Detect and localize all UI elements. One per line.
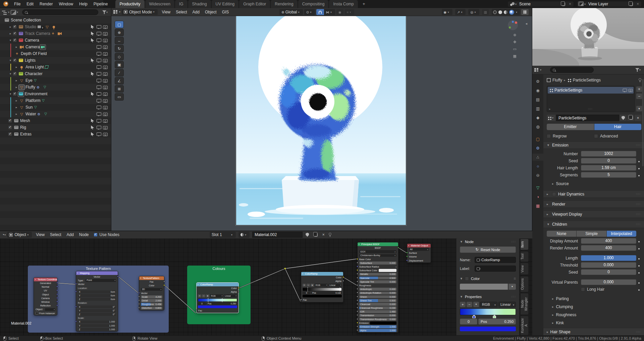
new-scene-icon[interactable]	[562, 2, 565, 6]
item-label[interactable]: Depth Of Field	[21, 51, 47, 56]
selectable-toggle-icon[interactable]	[90, 32, 94, 36]
node-name-field[interactable]: ColorRamp	[475, 257, 516, 263]
snap-options-dropdown[interactable]: ⋈ ▾	[324, 9, 335, 15]
item-label[interactable]: Character	[25, 71, 43, 76]
render-visibility-icon[interactable]	[103, 78, 107, 82]
stop-index-field[interactable]: 0	[198, 302, 206, 305]
node-editor-menu[interactable]: View	[33, 231, 47, 239]
toolbar-tool-button[interactable]: ▭	[115, 93, 124, 101]
node-row[interactable]: Z0°	[76, 312, 118, 316]
toolbar-tool-button[interactable]: ↔	[115, 37, 124, 44]
unlink-datablock-icon[interactable]: ×	[635, 115, 641, 121]
exclude-checkbox[interactable]	[8, 119, 12, 123]
node-row[interactable]: 3D	[139, 287, 164, 291]
view-layer-name[interactable]: View Layer	[587, 2, 628, 6]
node-editor-menu[interactable]: Add	[64, 231, 76, 239]
outliner-editor-icon[interactable]	[2, 10, 7, 15]
node-row[interactable]: UV	[34, 289, 57, 292]
particle-system-item[interactable]: ParticleSettings	[548, 87, 634, 94]
viewport-visibility-icon[interactable]	[97, 58, 101, 62]
render-visibility-icon[interactable]	[103, 72, 107, 76]
property-value-field[interactable]: 0.000	[581, 262, 636, 268]
node-row[interactable]: All	[407, 247, 431, 251]
hair-dynamics-checkbox[interactable]	[552, 192, 556, 196]
remove-stop-button[interactable]: −	[202, 294, 205, 297]
pause-button[interactable]	[521, 9, 529, 15]
stop-position-field[interactable]: Pos0.118	[311, 291, 342, 294]
node-row[interactable]: BSDF	[358, 246, 398, 250]
node-color-swatch[interactable]	[460, 284, 508, 290]
node-row[interactable]: Z0cm	[76, 297, 118, 301]
outliner-row[interactable]: Extras	[0, 131, 111, 137]
pin-icon[interactable]	[638, 78, 641, 82]
selectable-toggle-icon[interactable]	[90, 119, 94, 123]
workspace-tab[interactable]: Widescreen	[145, 0, 174, 8]
node-row[interactable]: Christensen-Burley	[358, 253, 398, 257]
node-editor-menu[interactable]: Node	[76, 231, 92, 239]
shader-type-dropdown[interactable]: Object ▾	[7, 232, 32, 238]
sidebar-tab[interactable]: Komikaze A	[521, 316, 529, 335]
item-label[interactable]: Eye	[25, 78, 33, 83]
node-row[interactable]: Scale4.200	[139, 295, 164, 299]
viewport-menu[interactable]: Object	[202, 8, 219, 16]
shading-material-icon[interactable]	[504, 10, 507, 14]
material-icon-dropdown[interactable]: ▾	[238, 232, 250, 238]
selectable-toggle-icon[interactable]	[90, 72, 94, 76]
hair-toggle[interactable]: Hair	[594, 124, 642, 130]
viewport-visibility-icon[interactable]	[97, 85, 101, 89]
chevron-down-icon[interactable]: ▾	[17, 11, 18, 14]
node-row[interactable]: Subsurface Radius	[358, 265, 398, 269]
tab-output[interactable]: ▤	[534, 96, 542, 103]
topbar-menu[interactable]: File	[11, 0, 23, 8]
viewport-visibility-icon[interactable]	[97, 25, 101, 29]
render-visibility-icon[interactable]	[103, 65, 107, 69]
node-noise-texture[interactable]: TexturePattern Fac Color 3D Vecto	[139, 276, 164, 310]
item-label[interactable]: Extras	[20, 132, 32, 136]
render-visibility-icon[interactable]	[103, 112, 107, 116]
node-row[interactable]: Camera	[34, 296, 57, 300]
viewport-visibility-icon[interactable]	[97, 105, 101, 109]
color-section-header[interactable]: ▼ Color ≡	[460, 275, 516, 282]
node-row[interactable]: Roughness	[358, 284, 398, 287]
tab-render[interactable]: ◉	[534, 87, 542, 94]
workspace-tab[interactable]: IG	[175, 0, 187, 8]
tab-modifiers[interactable]: ⚙	[534, 145, 542, 152]
node-row[interactable]: Color	[139, 284, 164, 287]
tab-material[interactable]: ◑	[534, 193, 542, 200]
tab-texture[interactable]: ▦	[534, 202, 542, 209]
editor-type-icon[interactable]	[113, 10, 118, 14]
node-row[interactable]: Clearcoat0.000	[358, 302, 398, 306]
render-visibility-icon[interactable]	[103, 38, 107, 42]
render-visibility-icon[interactable]	[103, 105, 107, 109]
node-row[interactable]: Fac	[139, 280, 164, 284]
color-mode-dropdown[interactable]: RGB	[210, 294, 223, 297]
render-visibility-icon[interactable]	[103, 32, 107, 36]
chevron-down-icon[interactable]: ▾	[106, 11, 108, 14]
remove-stop-button[interactable]: −	[467, 302, 472, 307]
gizmos-dropdown[interactable]: ↗ ▾	[455, 9, 466, 15]
exclude-checkbox[interactable]	[13, 32, 17, 36]
selectable-toggle-icon[interactable]	[90, 58, 94, 62]
snap-toggle[interactable]	[316, 9, 324, 15]
node-row[interactable]: Type:Point	[76, 279, 118, 282]
sidebar-tab[interactable]: Options	[521, 276, 529, 292]
node-graph-area[interactable]: Texture Pattern Colours Texture Coordina…	[0, 238, 532, 335]
tab-tool[interactable]: ⚙	[534, 78, 542, 85]
property-value-field[interactable]: 400	[581, 238, 636, 244]
custom-color-checkbox[interactable]	[465, 277, 469, 281]
toolbar-tool-button[interactable]: ⊕	[115, 29, 124, 36]
disclosure-icon[interactable]	[14, 45, 19, 49]
outliner-row[interactable]: Area Light	[0, 64, 111, 70]
use-nodes-checkbox[interactable]	[94, 233, 98, 237]
node-row[interactable]: Volume	[407, 255, 431, 259]
topbar-menu[interactable]: Edit	[23, 0, 37, 8]
sidebar-collapse-icon[interactable]: ◂	[525, 21, 527, 26]
topbar-menu[interactable]: Render	[37, 0, 56, 8]
property-value-field[interactable]: 5	[581, 172, 636, 178]
viewport-menu[interactable]: Select	[173, 8, 190, 16]
viewport-nav-icons[interactable]: ⊕✥▭▦	[513, 33, 517, 58]
node-row[interactable]: Y1.000	[76, 324, 118, 327]
outliner-row[interactable]: Scene Collection	[0, 17, 111, 23]
node-row[interactable]: Emission Strength1.000	[358, 325, 398, 329]
node-row[interactable]: Surface	[407, 251, 431, 255]
